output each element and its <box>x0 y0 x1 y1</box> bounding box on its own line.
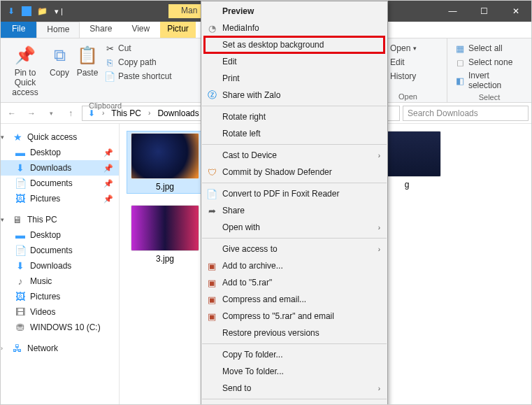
nav-downloads[interactable]: ⬇Downloads📌 <box>1 160 119 176</box>
tab-share[interactable]: Share <box>80 22 122 38</box>
select-all-icon: ▦ <box>454 43 466 54</box>
pin-quick-access-button[interactable]: 📌 Pin to Quick access <box>5 41 45 100</box>
menu-foxit[interactable]: 📄Convert to PDF in Foxit Reader <box>201 185 387 202</box>
select-all-button[interactable]: ▦Select all <box>454 43 503 54</box>
menu-preview[interactable]: Preview <box>201 3 387 20</box>
thumbnail-image <box>131 205 199 251</box>
documents-icon: 📄 <box>15 178 26 189</box>
file-name: 3.jpg <box>156 254 174 264</box>
nav-desktop-2[interactable]: ▬Desktop <box>1 227 119 243</box>
nav-history-dropdown[interactable]: ▾ <box>43 105 59 122</box>
chevron-right-icon[interactable]: › <box>99 108 107 118</box>
download-icon: ⬇ <box>15 162 26 173</box>
menu-set-desktop-background[interactable]: Set as desktop background <box>201 36 387 53</box>
paste-label: Paste <box>77 68 99 78</box>
nav-network[interactable]: ›🖧Network <box>1 341 119 356</box>
winrar-icon: ▣ <box>206 260 218 272</box>
checkbox-icon[interactable] <box>22 6 31 16</box>
pin-icon: 📌 <box>103 179 113 188</box>
paste-icon: 📋 <box>76 44 99 66</box>
paste-button[interactable]: 📋 Paste <box>73 41 101 100</box>
nav-downloads-2[interactable]: ⬇Downloads <box>1 258 119 273</box>
group-open-label: Open <box>398 91 417 101</box>
file-thumbnail[interactable]: 5.jpg <box>127 131 203 194</box>
nav-pictures-2[interactable]: 🖼Pictures <box>1 289 119 304</box>
menu-share-zalo[interactable]: ⓩShare with Zalo <box>201 87 387 104</box>
cut-button[interactable]: ✂Cut <box>104 43 131 54</box>
tab-view[interactable]: View <box>122 22 159 38</box>
share-icon: ➦ <box>206 204 218 217</box>
menu-restore-versions[interactable]: Restore previous versions <box>201 325 387 341</box>
documents-icon: 📄 <box>15 245 26 256</box>
nav-forward-button[interactable]: → <box>23 105 40 122</box>
copy-path-button[interactable]: ⎘Copy path <box>104 57 157 68</box>
nav-videos[interactable]: 🎞Videos <box>1 304 119 320</box>
menu-mediainfo[interactable]: ◔MediaInfo <box>201 20 387 36</box>
down-arrow-icon[interactable]: ⬇ <box>5 5 17 17</box>
breadcrumb-down-icon[interactable]: ⬇ <box>85 107 98 120</box>
menu-rotate-right[interactable]: Rotate right <box>201 108 387 125</box>
chevron-right-icon: › <box>378 152 380 159</box>
copy-button[interactable]: ⧉ Copy <box>45 41 73 100</box>
copy-label: Copy <box>50 68 69 78</box>
menu-compress-email[interactable]: ▣Compress and email... <box>201 291 387 308</box>
zalo-icon: ⓩ <box>206 89 218 101</box>
context-menu: Preview ◔MediaInfo Set as desktop backgr… <box>201 1 388 405</box>
menu-cast-to-device[interactable]: Cast to Device› <box>201 147 387 164</box>
breadcrumb-this-pc[interactable]: This PC <box>108 107 144 120</box>
tab-file[interactable]: File <box>1 22 36 38</box>
search-input[interactable]: Search Downloads <box>403 106 529 121</box>
nav-up-button[interactable]: ↑ <box>62 105 79 122</box>
nav-quick-access[interactable]: ▾★Quick access <box>1 129 119 145</box>
invert-selection-button[interactable]: ◧Invert selection <box>454 71 524 90</box>
menu-add-archive[interactable]: ▣Add to archive... <box>201 257 387 274</box>
menu-open-with[interactable]: Open with› <box>201 219 387 236</box>
menu-copy-to[interactable]: Copy To folder... <box>201 346 387 363</box>
copy-icon: ⧉ <box>48 44 71 66</box>
menu-separator <box>202 183 387 183</box>
videos-icon: 🎞 <box>15 306 26 318</box>
minimize-button[interactable]: — <box>437 1 468 22</box>
chevron-right-icon: › <box>378 246 380 253</box>
nav-pictures[interactable]: 🖼Pictures📌 <box>1 191 119 206</box>
close-button[interactable]: ✕ <box>500 1 531 22</box>
file-thumbnail[interactable]: 3.jpg <box>127 205 203 264</box>
menu-send-to[interactable]: Send to› <box>201 380 387 397</box>
tab-home[interactable]: Home <box>36 22 80 38</box>
menu-separator <box>202 238 387 239</box>
desktop-icon: ▬ <box>15 229 26 241</box>
nav-this-pc[interactable]: ▾🖥This PC <box>1 212 119 227</box>
select-none-button[interactable]: ◻Select none <box>454 57 512 68</box>
qat-dropdown-icon[interactable]: ▾ | <box>52 5 65 17</box>
menu-separator <box>202 399 387 399</box>
menu-add-rar[interactable]: ▣Add to "5.rar" <box>201 274 387 291</box>
menu-give-access[interactable]: Give access to› <box>201 241 387 257</box>
menu-move-to[interactable]: Move To folder... <box>201 363 387 380</box>
nav-desktop[interactable]: ▬Desktop📌 <box>1 145 119 160</box>
folder-icon[interactable]: 📁 <box>36 5 48 17</box>
mediainfo-icon: ◔ <box>206 22 218 34</box>
menu-shadow-defender[interactable]: 🛡Commit by Shadow Defender <box>201 164 387 180</box>
chevron-right-icon: › <box>378 224 380 232</box>
nav-music[interactable]: ♪Music <box>1 273 119 289</box>
menu-edit[interactable]: Edit <box>201 53 387 70</box>
maximize-button[interactable]: ☐ <box>468 1 500 22</box>
nav-documents-2[interactable]: 📄Documents <box>1 243 119 258</box>
pin-icon: 📌 <box>103 194 113 204</box>
shield-icon: 🛡 <box>206 166 218 178</box>
menu-print[interactable]: Print <box>201 70 387 87</box>
download-icon: ⬇ <box>15 260 26 271</box>
tab-picture-tools[interactable]: Pictur <box>160 22 196 38</box>
drive-icon: ⛃ <box>15 322 26 333</box>
menu-compress-rar-email[interactable]: ▣Compress to "5.rar" and email <box>201 308 387 325</box>
nav-documents[interactable]: 📄Documents📌 <box>1 176 119 191</box>
pin-label: Pin to Quick access <box>6 68 44 97</box>
menu-share[interactable]: ➦Share <box>201 202 387 219</box>
chevron-down-icon: ▾ <box>413 45 417 52</box>
menu-rotate-left[interactable]: Rotate left <box>201 125 387 142</box>
chevron-right-icon[interactable]: › <box>145 108 153 118</box>
nav-back-button[interactable]: ← <box>3 105 20 122</box>
nav-c-drive[interactable]: ⛃WINDOWS 10 (C:) <box>1 320 119 335</box>
paste-shortcut-button[interactable]: 📄Paste shortcut <box>104 71 172 82</box>
breadcrumb-downloads[interactable]: Downloads <box>154 107 201 120</box>
